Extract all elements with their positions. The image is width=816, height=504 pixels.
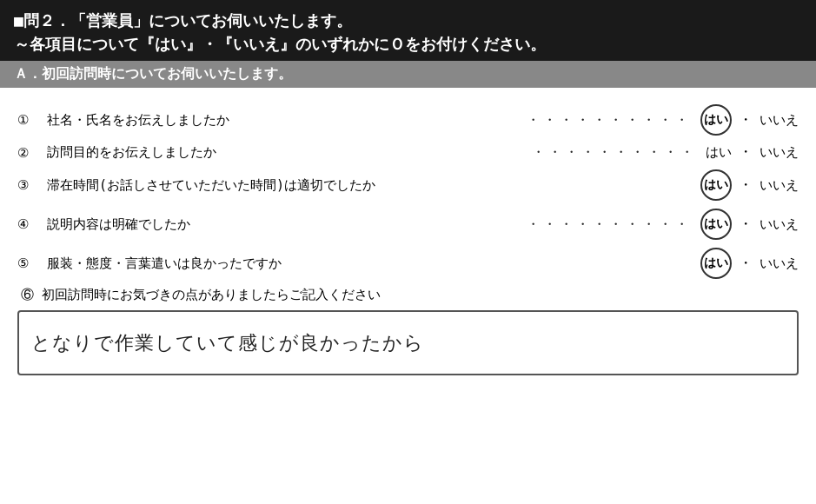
q3-hai-circled: はい — [700, 169, 732, 201]
q2-hai: はい — [706, 144, 732, 161]
header-subtitle: Ａ．初回訪問時についてお伺いいたします。 — [14, 65, 292, 82]
q1-iie: いいえ — [760, 112, 799, 129]
q6-num: ⑥ — [21, 287, 34, 302]
q2-iie: いいえ — [760, 144, 799, 161]
q3-answers: はい ・ いいえ — [700, 169, 799, 201]
question-row-6: ⑥ 初回訪問時にお気づきの点がありましたらご記入ください — [17, 287, 799, 303]
freetext-content: となりで作業していて感じが良かったから — [31, 330, 424, 356]
q1-num: ① — [17, 112, 42, 128]
question-row-2: ② 訪問目的をお伝えしましたか ・・・・・・・・・・ はい ・ いいえ — [17, 143, 799, 162]
q5-iie: いいえ — [760, 255, 799, 272]
q4-num: ④ — [17, 216, 42, 232]
header-title-line1: ■問２．「営業員」についてお伺いいたします。 — [14, 9, 802, 32]
q3-text: 滞在時間(お話しさせていただいた時間)は適切でしたか — [47, 177, 695, 194]
content-area: ① 社名・氏名をお伝えしましたか ・・・・・・・・・・ はい ・ いいえ ② 訪… — [0, 88, 816, 384]
q4-dots: ・・・・・・・・・・ — [527, 216, 692, 233]
q1-text: 社名・氏名をお伝えしましたか — [47, 112, 518, 129]
q5-answers: はい ・ いいえ — [700, 248, 799, 279]
question-row-5: ⑤ 服装・態度・言葉遣いは良かったですか はい ・ いいえ — [17, 248, 799, 279]
q2-dots: ・・・・・・・・・・ — [532, 144, 697, 161]
q6-text: 初回訪問時にお気づきの点がありましたらご記入ください — [42, 287, 381, 302]
q4-answers: はい ・ いいえ — [700, 209, 799, 240]
q2-num: ② — [17, 145, 42, 161]
header-title-line2: ～各項目について『はい』・『いいえ』のいずれかにＯをお付けください。 — [14, 32, 802, 56]
q1-hai-circled: はい — [700, 104, 732, 136]
q2-text: 訪問目的をお伝えしましたか — [47, 144, 523, 161]
q4-iie: いいえ — [760, 216, 799, 233]
q4-hai-circled: はい — [700, 209, 732, 240]
q2-answers: はい ・ いいえ — [706, 143, 799, 162]
q3-num: ③ — [17, 177, 42, 193]
question-row-4: ④ 説明内容は明確でしたか ・・・・・・・・・・ はい ・ いいえ — [17, 209, 799, 240]
freetext-box: となりで作業していて感じが良かったから — [17, 310, 799, 375]
q5-hai-circled: はい — [700, 248, 732, 279]
q1-answers: はい ・ いいえ — [700, 104, 799, 136]
q4-text: 説明内容は明確でしたか — [47, 216, 518, 233]
q5-text: 服装・態度・言葉遣いは良かったですか — [47, 255, 695, 272]
header-gray: Ａ．初回訪問時についてお伺いいたします。 — [0, 61, 816, 88]
question-row-3: ③ 滞在時間(お話しさせていただいた時間)は適切でしたか はい ・ いいえ — [17, 169, 799, 201]
question-row-1: ① 社名・氏名をお伝えしましたか ・・・・・・・・・・ はい ・ いいえ — [17, 104, 799, 136]
q1-dots: ・・・・・・・・・・ — [527, 112, 692, 129]
q3-iie: いいえ — [760, 177, 799, 194]
header-black: ■問２．「営業員」についてお伺いいたします。 ～各項目について『はい』・『いいえ… — [0, 0, 816, 61]
page: ■問２．「営業員」についてお伺いいたします。 ～各項目について『はい』・『いいえ… — [0, 0, 816, 504]
q5-num: ⑤ — [17, 255, 42, 271]
